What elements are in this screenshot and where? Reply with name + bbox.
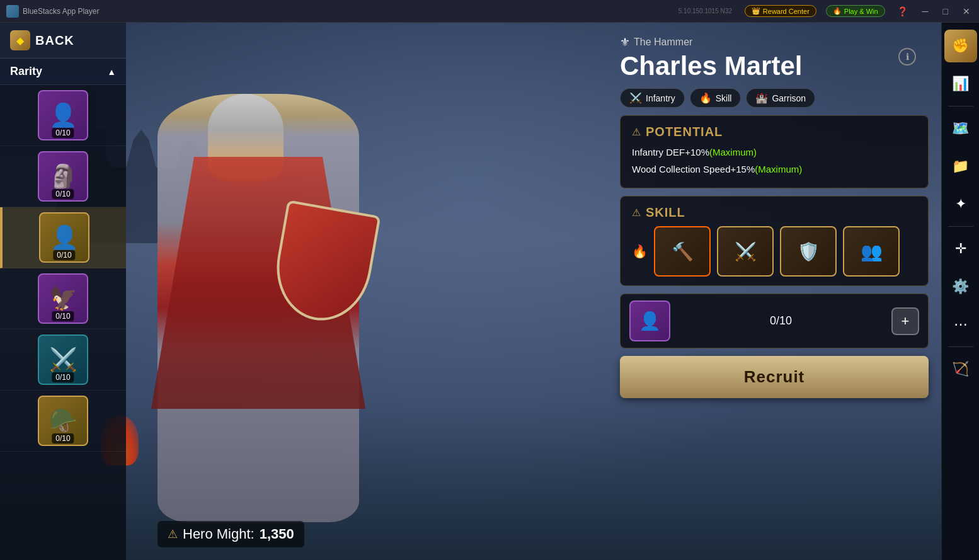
sidebar-shield-button[interactable]: 🏹 <box>944 353 977 386</box>
sidebar-divider-3 <box>948 346 973 347</box>
back-button[interactable]: ◆ BACK <box>0 23 126 59</box>
warrior-skill-icon: ⚔️ <box>735 241 757 262</box>
back-label: BACK <box>35 33 74 48</box>
sidebar-star-button[interactable]: ✦ <box>944 188 977 220</box>
maximize-button[interactable]: □ <box>941 6 951 16</box>
potential-warning-icon: ⚠ <box>632 126 641 138</box>
right-sidebar: ✊ 📊 🗺️ 📁 ✦ ✛ ⚙️ ⋯ 🏹 <box>941 23 979 560</box>
left-panel: ◆ BACK Rarity ▲ 👤 0/10 🗿 0/10 <box>0 23 126 560</box>
potential-title: POTENTIAL <box>646 125 723 139</box>
skill-tag: 🔥 Skill <box>690 88 741 108</box>
hero-list-item[interactable]: 👤 0/10 <box>0 85 126 146</box>
sidebar-dots-button[interactable]: ⋯ <box>944 308 977 341</box>
sidebar-divider-2 <box>948 226 973 227</box>
back-icon: ◆ <box>10 30 30 50</box>
fire-icon: 🔥 <box>833 7 842 15</box>
skill-icon-4[interactable]: 👥 <box>843 226 900 277</box>
sword-icon: ⚔️ <box>629 92 642 104</box>
sidebar-cross-button[interactable]: ✛ <box>944 232 977 265</box>
skill-warning-icon: ⚠ <box>632 207 641 219</box>
skill-icon-3[interactable]: 🛡️ <box>780 226 837 277</box>
app-logo <box>6 5 19 18</box>
hero-face-icon: 👤 <box>49 102 77 129</box>
might-label: Hero Might: <box>183 526 255 542</box>
stat-max-2: (Maximum) <box>755 164 802 174</box>
titlebar: BlueStacks App Player 5.10.150.1015 N32 … <box>0 0 979 23</box>
hero-list-item[interactable]: 🦅 0/10 <box>0 268 126 329</box>
sidebar-fist-button[interactable]: ✊ <box>944 30 977 62</box>
hero-list-item[interactable]: 🪖 0/10 <box>0 391 126 452</box>
dots-icon: ⋯ <box>954 316 968 333</box>
hero-list: 👤 0/10 🗿 0/10 👤 0/10 <box>0 85 126 559</box>
rarity-label: Rarity <box>10 65 42 78</box>
potential-stat-1: Infantry DEF+10%(Maximum) <box>632 146 917 160</box>
play-win-button[interactable]: 🔥 Play & Win <box>826 5 885 17</box>
diamond-icon: ◆ <box>16 35 24 47</box>
recruit-progress: 0/10 <box>678 314 884 328</box>
map-icon: 🗺️ <box>952 120 969 137</box>
shield-skill-icon: 🛡️ <box>798 241 820 262</box>
sidebar-divider-1 <box>948 106 973 106</box>
fleur-de-lis-icon: ⚜ <box>620 35 630 49</box>
hero-tags: ⚔️ Infantry 🔥 Skill 🏰 Garrison <box>620 88 929 108</box>
hero-list-item-active[interactable]: 👤 0/10 <box>0 207 126 268</box>
sidebar-folder-button[interactable]: 📁 <box>944 150 977 183</box>
garrison-tag: 🏰 Garrison <box>746 88 815 108</box>
recruit-button[interactable]: Recruit <box>620 356 929 398</box>
help-button[interactable]: ❓ <box>895 6 910 16</box>
hero-subtitle: ⚜ The Hammer <box>620 35 929 49</box>
folder-icon: 📁 <box>952 158 969 174</box>
close-button[interactable]: ✕ <box>960 6 973 16</box>
skill-icon-2[interactable]: ⚔️ <box>717 226 774 277</box>
might-value: 1,350 <box>260 526 294 542</box>
hero-count: 0/10 <box>52 433 74 443</box>
might-icon: ⚠ <box>168 527 178 541</box>
skill-section: ⚠ SKILL 🔥 🔨 ⚔️ 🛡️ 👥 <box>620 196 929 286</box>
app-version: 5.10.150.1015 N32 <box>678 8 732 14</box>
infantry-label: Infantry <box>646 93 675 103</box>
minimize-button[interactable]: ─ <box>920 6 931 16</box>
hero-count: 0/10 <box>52 189 74 199</box>
rarity-filter[interactable]: Rarity ▲ <box>0 59 126 85</box>
titlebar-controls: 👑 Reward Center 🔥 Play & Win ❓ ─ □ ✕ <box>745 5 973 17</box>
recruit-area: 👤 0/10 + <box>620 294 929 348</box>
hero-count: 0/10 <box>53 250 75 260</box>
sidebar-chart-button[interactable]: 📊 <box>944 67 977 100</box>
recruit-avatar: 👤 <box>629 300 670 341</box>
hammer-skill-icon: 🔨 <box>672 241 694 262</box>
crown-icon: 👑 <box>752 7 760 15</box>
chart-icon: 📊 <box>952 76 969 92</box>
hero-name: Charles Martel <box>620 52 929 81</box>
skill-icons: 🔥 🔨 ⚔️ 🛡️ 👥 <box>632 226 917 277</box>
fist-icon: ✊ <box>952 38 969 54</box>
skill-icon-1[interactable]: 🔨 <box>654 226 711 277</box>
star-icon: ✦ <box>955 196 966 212</box>
skill-active-indicator: 🔥 <box>632 244 648 259</box>
sidebar-map-button[interactable]: 🗺️ <box>944 112 977 145</box>
shield-crossbow-icon: 🏹 <box>952 361 969 377</box>
sidebar-settings-button[interactable]: ⚙️ <box>944 270 977 303</box>
hero-count: 0/10 <box>52 311 74 321</box>
chevron-up-icon: ▲ <box>107 67 116 77</box>
recruit-add-button[interactable]: + <box>891 307 919 335</box>
hero-title-area: ⚜ The Hammer Charles Martel ℹ <box>620 35 929 81</box>
skill-title: SKILL <box>646 205 685 220</box>
skill-header: ⚠ SKILL <box>632 205 917 220</box>
castle-icon: 🏰 <box>755 92 768 104</box>
hero-list-item[interactable]: ⚔️ 0/10 <box>0 329 126 391</box>
right-panel: ⚜ The Hammer Charles Martel ℹ ⚔️ Infantr… <box>607 23 941 560</box>
hero-count: 0/10 <box>52 372 74 382</box>
settings-icon: ⚙️ <box>952 278 969 295</box>
reward-center-button[interactable]: 👑 Reward Center <box>745 5 816 17</box>
hero-list-item[interactable]: 🗿 0/10 <box>0 146 126 207</box>
info-button[interactable]: ℹ <box>898 48 916 66</box>
hero-face-icon: ⚔️ <box>49 346 77 373</box>
potential-stat-2: Wood Collection Speed+15%(Maximum) <box>632 163 917 177</box>
infantry-tag: ⚔️ Infantry <box>620 88 685 108</box>
hero-face-icon: 🗿 <box>49 163 77 190</box>
plus-icon: + <box>902 313 910 329</box>
potential-section: ⚠ POTENTIAL Infantry DEF+10%(Maximum) Wo… <box>620 115 929 188</box>
recruit-face-icon: 👤 <box>639 311 661 331</box>
hero-face-icon: 👤 <box>50 224 79 251</box>
garrison-label: Garrison <box>772 93 806 103</box>
